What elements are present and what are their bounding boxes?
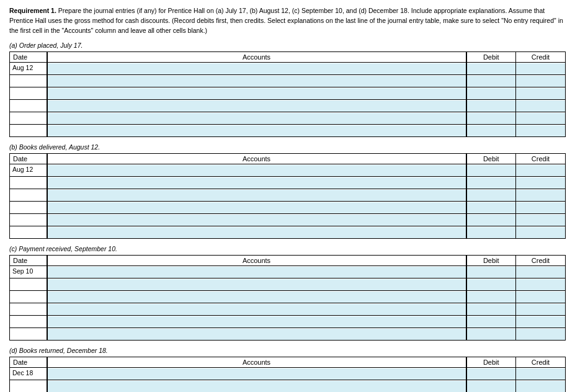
debit-cell-a-row0[interactable] [466,63,516,75]
debit-input-c-row0[interactable] [467,267,516,278]
debit-cell-b-row0[interactable] [466,164,516,177]
debit-input-c-row2[interactable] [467,292,516,303]
debit-input-c-row5[interactable] [467,329,516,340]
debit-input-a-row2[interactable] [467,88,516,99]
accounts-input-b-row2[interactable] [48,190,466,201]
credit-input-b-row2[interactable] [516,190,565,201]
credit-cell-b-row4[interactable] [516,214,566,226]
debit-input-a-row5[interactable] [467,125,516,136]
debit-cell-c-row4[interactable] [466,316,516,328]
debit-cell-d-row1[interactable] [466,380,516,392]
debit-input-b-row4[interactable] [467,215,516,226]
credit-input-d-row0[interactable] [516,368,565,380]
credit-input-b-row0[interactable] [516,165,565,176]
accounts-input-c-row2[interactable] [48,292,466,303]
credit-cell-c-row3[interactable] [516,303,566,316]
accounts-cell-c-row5[interactable] [47,328,466,341]
accounts-cell-c-row3[interactable] [47,303,466,316]
accounts-input-c-row4[interactable] [48,316,466,327]
accounts-input-b-row5[interactable] [48,227,466,238]
debit-cell-c-row3[interactable] [466,303,516,316]
credit-cell-a-row0[interactable] [516,63,566,75]
credit-cell-a-row4[interactable] [516,112,566,125]
credit-cell-a-row1[interactable] [516,75,566,87]
debit-input-c-row3[interactable] [467,304,516,315]
debit-input-a-row1[interactable] [467,76,516,87]
accounts-input-b-row1[interactable] [48,177,466,189]
credit-input-c-row0[interactable] [516,267,565,278]
credit-input-c-row2[interactable] [516,292,565,303]
credit-cell-a-row2[interactable] [516,87,566,100]
credit-cell-c-row0[interactable] [516,266,566,278]
credit-input-a-row2[interactable] [516,88,565,99]
credit-cell-b-row2[interactable] [516,189,566,202]
debit-cell-b-row3[interactable] [466,202,516,214]
accounts-cell-c-row1[interactable] [47,278,466,291]
accounts-input-a-row2[interactable] [48,88,466,99]
accounts-cell-b-row5[interactable] [47,226,466,239]
debit-cell-a-row2[interactable] [466,87,516,100]
debit-input-a-row0[interactable] [467,63,516,74]
credit-cell-b-row5[interactable] [516,226,566,239]
credit-input-d-row1[interactable] [516,381,565,392]
credit-input-a-row1[interactable] [516,76,565,87]
credit-input-c-row1[interactable] [516,279,565,290]
debit-cell-a-row1[interactable] [466,75,516,87]
accounts-input-b-row3[interactable] [48,202,466,213]
debit-input-d-row1[interactable] [467,381,516,392]
credit-input-c-row4[interactable] [516,316,565,327]
debit-input-b-row3[interactable] [467,202,516,213]
debit-cell-c-row1[interactable] [466,278,516,291]
debit-cell-a-row5[interactable] [466,125,516,137]
credit-cell-a-row3[interactable] [516,100,566,112]
credit-cell-d-row1[interactable] [516,380,566,392]
accounts-cell-a-row1[interactable] [47,75,466,87]
credit-input-a-row0[interactable] [516,63,565,74]
credit-input-b-row5[interactable] [516,227,565,238]
credit-input-c-row3[interactable] [516,304,565,315]
accounts-input-a-row4[interactable] [48,113,466,124]
accounts-input-c-row1[interactable] [48,279,466,290]
accounts-input-c-row5[interactable] [48,329,466,340]
debit-input-a-row3[interactable] [467,100,516,112]
debit-input-b-row5[interactable] [467,227,516,238]
debit-cell-c-row5[interactable] [466,328,516,341]
accounts-cell-a-row5[interactable] [47,125,466,137]
debit-input-d-row0[interactable] [467,368,516,380]
accounts-cell-a-row4[interactable] [47,112,466,125]
debit-cell-d-row0[interactable] [466,368,516,380]
credit-cell-c-row2[interactable] [516,291,566,303]
accounts-cell-b-row3[interactable] [47,202,466,214]
credit-input-b-row3[interactable] [516,202,565,213]
accounts-input-b-row4[interactable] [48,215,466,226]
credit-cell-b-row1[interactable] [516,177,566,189]
debit-cell-c-row2[interactable] [466,291,516,303]
accounts-cell-d-row0[interactable] [47,368,466,380]
debit-cell-a-row3[interactable] [466,100,516,112]
accounts-cell-c-row0[interactable] [47,266,466,278]
accounts-input-c-row3[interactable] [48,304,466,315]
credit-cell-c-row5[interactable] [516,328,566,341]
credit-cell-b-row3[interactable] [516,202,566,214]
accounts-cell-d-row1[interactable] [47,380,466,392]
accounts-input-d-row1[interactable] [48,381,466,392]
credit-input-c-row5[interactable] [516,329,565,340]
credit-cell-a-row5[interactable] [516,125,566,137]
accounts-input-a-row3[interactable] [48,100,466,112]
accounts-cell-b-row2[interactable] [47,189,466,202]
credit-cell-b-row0[interactable] [516,164,566,177]
credit-cell-d-row0[interactable] [516,368,566,380]
debit-cell-a-row4[interactable] [466,112,516,125]
debit-input-c-row1[interactable] [467,279,516,290]
debit-cell-c-row0[interactable] [466,266,516,278]
accounts-input-c-row0[interactable] [48,267,466,278]
debit-input-b-row2[interactable] [467,190,516,201]
debit-input-b-row0[interactable] [467,165,516,176]
accounts-input-b-row0[interactable] [48,165,466,176]
credit-input-a-row5[interactable] [516,125,565,136]
credit-input-a-row4[interactable] [516,113,565,124]
accounts-cell-b-row4[interactable] [47,214,466,226]
credit-input-a-row3[interactable] [516,100,565,112]
debit-cell-b-row1[interactable] [466,177,516,189]
credit-input-b-row4[interactable] [516,215,565,226]
